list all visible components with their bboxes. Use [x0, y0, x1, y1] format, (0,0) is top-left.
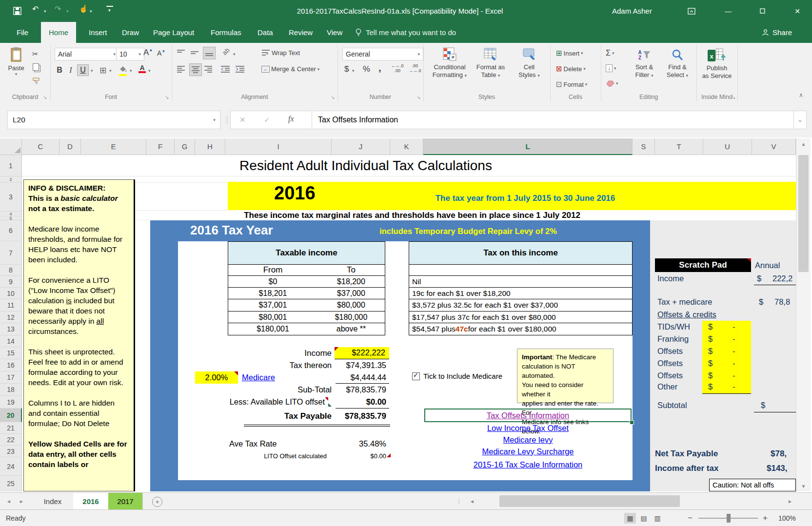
autosum-button[interactable]: Σ▾	[606, 49, 614, 58]
find-select-button[interactable]: Find &Select ▾	[661, 47, 693, 79]
row-header-9[interactable]: 9	[0, 276, 22, 288]
sheet-tab-2016-active[interactable]: 2016	[73, 493, 109, 509]
conditional-formatting-button[interactable]: ≠ ConditionalFormatting ▾	[429, 47, 470, 79]
underline-button[interactable]: U	[77, 64, 89, 76]
sheet-nav-right-icon[interactable]: ►	[16, 493, 27, 509]
medicare-checkbox[interactable]: ✓	[412, 372, 420, 380]
decrease-decimal-icon[interactable]: .00→→.0	[409, 63, 421, 73]
format-painter-icon[interactable]	[32, 77, 40, 87]
hscroll-left-icon[interactable]: ◄	[466, 493, 478, 509]
increase-decimal-icon[interactable]: ←←.0.00	[391, 63, 404, 73]
orientation-dropdown-icon[interactable]: ▾	[233, 52, 236, 57]
name-box[interactable]: L20	[7, 111, 209, 129]
row-header-7[interactable]: 7	[0, 241, 22, 265]
column-header-c[interactable]: C	[22, 138, 59, 155]
tax-bracket-row[interactable]: $180,001 above **	[228, 323, 385, 335]
touch-mode-button[interactable]: ☝	[79, 4, 88, 13]
column-header-f[interactable]: F	[146, 138, 175, 155]
align-top-icon[interactable]	[177, 49, 185, 58]
delete-cells-button[interactable]: ⊠ Delete▾	[556, 64, 586, 73]
tax-bracket-row[interactable]: $37,001 $80,000	[228, 299, 385, 312]
orientation-icon[interactable]: ab	[221, 46, 231, 57]
row-header-5[interactable]: 5	[0, 216, 22, 220]
tax-description-row[interactable]: $54,547 plus 47c for each $1 over $180,0…	[409, 323, 633, 335]
column-header-l-selected[interactable]: L	[423, 138, 633, 155]
font-name-select[interactable]: Arial▾	[55, 48, 119, 60]
row-header-13[interactable]: 13	[0, 323, 22, 335]
ribbon-display-options-icon[interactable]	[680, 0, 703, 22]
italic-button[interactable]: I	[66, 64, 75, 76]
insert-cells-button[interactable]: ⊞ Insert▾	[556, 49, 583, 58]
maximize-button[interactable]	[751, 0, 773, 22]
account-user-name[interactable]: Adam Asher	[612, 0, 652, 22]
sheet-nav-left-icon[interactable]: ◄	[3, 493, 15, 509]
shrink-font-button[interactable]: A▼	[157, 49, 165, 57]
align-middle-icon[interactable]	[190, 49, 199, 58]
comma-style-icon[interactable]: ,	[378, 62, 381, 74]
minimize-button[interactable]: —	[717, 0, 739, 22]
copy-icon[interactable]	[33, 63, 39, 71]
medicare-checkbox-label[interactable]: Tick to Include Medicare	[423, 372, 502, 380]
sort-filter-button[interactable]: AZ Sort &Filter ▾	[628, 47, 660, 79]
row-header-19[interactable]: 19	[0, 396, 22, 409]
number-launcher-icon[interactable]: ↘	[416, 95, 420, 100]
income-input-cell[interactable]: $222,222	[335, 347, 389, 359]
redo-button[interactable]: ↷	[55, 4, 61, 14]
cell-styles-button[interactable]: CellStyles ▾	[511, 47, 547, 79]
alignment-launcher-icon[interactable]: ↘	[331, 95, 335, 100]
tax-bracket-row[interactable]: $0 $18,200	[228, 276, 385, 288]
insert-function-icon[interactable]: fx	[288, 115, 294, 123]
fill-color-dropdown-icon[interactable]: ▾	[130, 68, 132, 73]
tax-offsets-link[interactable]: Tax Offsets Information	[487, 411, 569, 420]
zoom-in-icon[interactable]: +	[760, 510, 771, 526]
close-button[interactable]: ✕	[786, 0, 809, 22]
tax-description-row[interactable]: Nil	[409, 276, 633, 288]
column-header-g[interactable]: G	[175, 138, 195, 155]
font-color-dropdown-icon[interactable]: ▾	[148, 68, 151, 73]
row-header-11[interactable]: 11	[0, 299, 22, 312]
low-income-tax-offset-link[interactable]: Low Income Tax Offset	[487, 424, 569, 433]
tab-file[interactable]: File	[9, 22, 36, 43]
grow-font-button[interactable]: A▲	[143, 48, 153, 58]
tax-description-row[interactable]: $3,572 plus 32.5c for each $1 over $37,0…	[409, 299, 633, 312]
number-format-select[interactable]: General▾	[342, 48, 423, 60]
align-left-icon[interactable]	[177, 65, 185, 75]
column-header-s[interactable]: S	[633, 138, 655, 155]
row-header-18[interactable]: 18	[0, 384, 22, 396]
accounting-format-icon[interactable]: $	[344, 64, 349, 74]
row-header-14[interactable]: 14	[0, 335, 22, 347]
vertical-scroll-thumb[interactable]	[798, 155, 809, 272]
clear-button[interactable]: ▾	[606, 80, 618, 87]
paste-button[interactable]: Paste ▾	[4, 47, 28, 92]
font-launcher-icon[interactable]: ↘	[165, 95, 169, 100]
view-page-break-icon[interactable]: ▥	[652, 513, 663, 524]
sheet-tab-index[interactable]: Index	[32, 493, 74, 509]
format-cells-button[interactable]: ⊡ Format▾	[556, 80, 587, 89]
medicare-rate-cell[interactable]: 2.00%	[195, 371, 238, 384]
undo-button[interactable]: ↶	[32, 4, 39, 14]
medicare-levy-link[interactable]: Medicare levy	[503, 435, 553, 445]
addin-launcher-icon[interactable]: ↘	[732, 95, 735, 100]
align-right-icon[interactable]	[204, 65, 213, 75]
tab-page-layout[interactable]: Page Layout	[145, 22, 202, 43]
column-header-j[interactable]: J	[332, 138, 390, 155]
tax-description-row[interactable]: $17,547 plus 37c for each $1 over $80,00…	[409, 312, 633, 323]
zoom-out-icon[interactable]: −	[685, 510, 695, 526]
borders-dropdown-icon[interactable]: ▾	[109, 68, 112, 73]
row-header-22[interactable]: 22	[0, 434, 22, 446]
column-header-k[interactable]: K	[390, 138, 423, 155]
tab-view[interactable]: View	[319, 22, 350, 43]
wrap-text-button[interactable]: Wrap Text	[261, 49, 300, 57]
row-header-1[interactable]: 1	[0, 155, 22, 176]
font-color-icon[interactable]: A	[139, 64, 146, 73]
tab-home[interactable]: Home	[41, 22, 76, 43]
scroll-up-icon[interactable]: ▲	[796, 138, 811, 149]
align-center-icon[interactable]	[189, 63, 202, 76]
tax-empty-row[interactable]	[409, 265, 633, 276]
column-header-i[interactable]: I	[225, 138, 332, 155]
tab-draw[interactable]: Draw	[114, 22, 147, 43]
row-header-3[interactable]: 3	[0, 183, 22, 212]
collapse-ribbon-icon[interactable]: ∧	[799, 92, 803, 98]
from-to-row[interactable]: From To	[228, 265, 385, 276]
bold-button[interactable]: B	[55, 64, 64, 76]
